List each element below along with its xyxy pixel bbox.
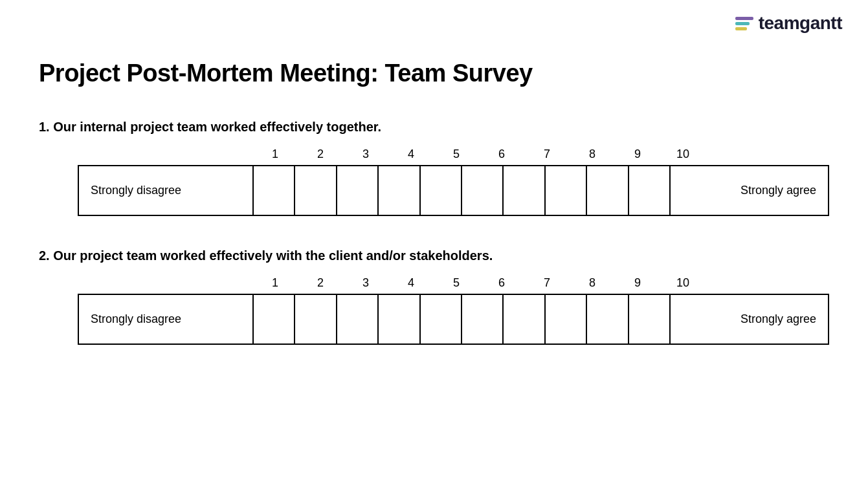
scale-num-4: 4	[388, 147, 434, 161]
question-1-scale-numbers: 1 2 3 4 5 6 7 8 9 10	[78, 147, 829, 161]
question-2-scale-container: 1 2 3 4 5 6 7 8 9 10 Strongly disagree	[78, 276, 829, 345]
question-1-section: 1. Our internal project team worked effe…	[39, 120, 829, 216]
scale-num-4: 4	[388, 276, 434, 290]
logo-bar-teal	[735, 22, 750, 25]
question-2-scale-grid: Strongly disagree Strongly agree	[78, 294, 829, 345]
q2-cell-1[interactable]	[254, 295, 295, 344]
scale-num-7: 7	[524, 276, 570, 290]
q1-cell-5[interactable]	[421, 166, 462, 215]
q2-cell-9[interactable]	[587, 295, 629, 344]
q1-cell-10[interactable]	[629, 166, 669, 215]
scale-num-6: 6	[479, 147, 524, 161]
q1-cells	[254, 166, 669, 215]
scale-num-7: 7	[524, 147, 570, 161]
q1-cell-3[interactable]	[337, 166, 379, 215]
scale-num-3: 3	[343, 147, 388, 161]
question-2-section: 2. Our project team worked effectively w…	[39, 248, 829, 345]
logo-bar-yellow	[735, 27, 747, 30]
q2-strongly-disagree: Strongly disagree	[79, 295, 254, 344]
scale-num-10: 10	[660, 276, 706, 290]
scale-num-5: 5	[434, 147, 479, 161]
scale-num-5: 5	[434, 276, 479, 290]
q1-strongly-agree: Strongly agree	[669, 166, 828, 215]
q2-cell-10[interactable]	[629, 295, 669, 344]
main-content: Project Post-Mortem Meeting: Team Survey…	[0, 40, 868, 403]
teamgantt-logo: teamgantt	[735, 13, 842, 34]
scale-num-8: 8	[570, 276, 615, 290]
scale-num-6: 6	[479, 276, 524, 290]
scale-num-9: 9	[615, 276, 660, 290]
q1-cell-1[interactable]	[254, 166, 295, 215]
q1-cell-4[interactable]	[379, 166, 420, 215]
scale-num-2: 2	[298, 276, 343, 290]
scale-num-10: 10	[660, 147, 706, 161]
q2-cell-8[interactable]	[546, 295, 587, 344]
question-1-label: 1. Our internal project team worked effe…	[39, 120, 829, 135]
page-title: Project Post-Mortem Meeting: Team Survey	[39, 60, 829, 87]
scale-num-1: 1	[252, 147, 298, 161]
q2-cell-5[interactable]	[421, 295, 462, 344]
q2-strongly-agree: Strongly agree	[669, 295, 828, 344]
q1-strongly-disagree: Strongly disagree	[79, 166, 254, 215]
q2-cell-2[interactable]	[295, 295, 337, 344]
q1-cell-7[interactable]	[504, 166, 545, 215]
question-1-scale-container: 1 2 3 4 5 6 7 8 9 10 Strongly disagree	[78, 147, 829, 216]
numbers-row: 1 2 3 4 5 6 7 8 9 10	[252, 276, 706, 290]
q2-cell-4[interactable]	[379, 295, 420, 344]
q2-cell-3[interactable]	[337, 295, 379, 344]
q2-cells	[254, 295, 669, 344]
q1-cell-9[interactable]	[587, 166, 629, 215]
q2-cell-7[interactable]	[504, 295, 545, 344]
q1-cell-2[interactable]	[295, 166, 337, 215]
scale-num-2: 2	[298, 147, 343, 161]
q2-cell-6[interactable]	[462, 295, 504, 344]
question-2-scale-numbers: 1 2 3 4 5 6 7 8 9 10	[78, 276, 829, 290]
logo-icon	[735, 17, 753, 30]
q1-cell-8[interactable]	[546, 166, 587, 215]
scale-num-1: 1	[252, 276, 298, 290]
scale-num-3: 3	[343, 276, 388, 290]
numbers-row: 1 2 3 4 5 6 7 8 9 10	[252, 147, 706, 161]
question-2-label: 2. Our project team worked effectively w…	[39, 248, 829, 263]
question-1-scale-grid: Strongly disagree Strongly agree	[78, 165, 829, 216]
logo-bar-purple	[735, 17, 753, 20]
q1-cell-6[interactable]	[462, 166, 504, 215]
scale-num-9: 9	[615, 147, 660, 161]
scale-num-8: 8	[570, 147, 615, 161]
page-header: teamgantt	[0, 0, 868, 40]
logo-text: teamgantt	[759, 13, 842, 34]
